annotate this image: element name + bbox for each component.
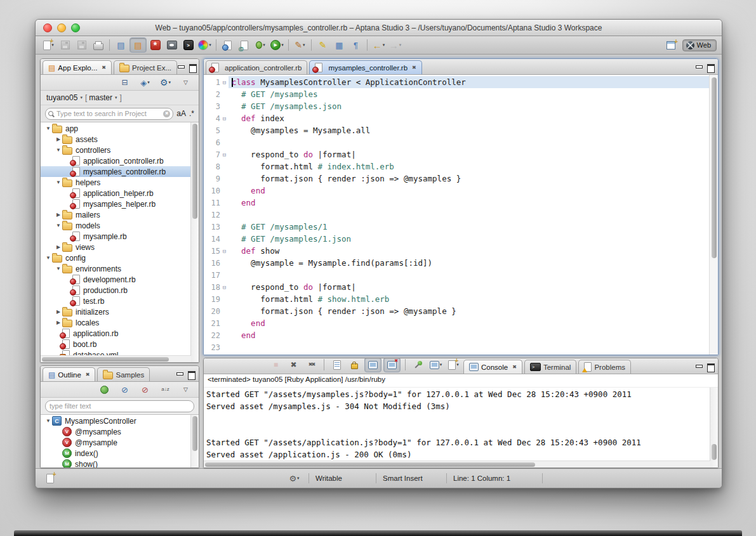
branch-selector[interactable]: master [89,93,112,102]
case-sensitive-button[interactable]: aA [176,109,186,118]
project-tree-item[interactable]: boot.rb [41,339,191,350]
disclosure-open-icon[interactable]: ▼ [44,126,52,131]
project-tree-item[interactable]: ▼models [41,220,191,231]
link-editor-button[interactable] [96,382,112,396]
project-tree-item[interactable]: ▶mailers [41,209,191,220]
dropdown-arrow-icon[interactable]: ▾ [209,42,211,48]
print-button[interactable] [90,38,106,52]
title-bar[interactable]: Web – tuyano05/app/controllers/mysamples… [36,20,722,36]
tab-outline[interactable]: ▤Outline✖ [43,367,95,381]
regex-button[interactable]: .* [189,109,194,118]
minimize-view-button[interactable] [176,371,184,378]
pin-console-button[interactable] [410,358,426,372]
project-tree-item[interactable]: mysamples_helper.rb [41,199,191,209]
highlighter-button[interactable]: ✎ [315,38,331,52]
dropdown-arrow-icon[interactable]: ▾ [281,42,284,48]
rails-button[interactable]: * [147,38,163,52]
tab-application-controller-rb[interactable]: application_controller.rb [206,60,307,74]
remove-all-launches-button[interactable]: ✖✖ [303,358,319,372]
disclosure-open-icon[interactable]: ▼ [55,223,62,228]
console-output[interactable]: Started GET "/assets/mysamples.js?body=1… [204,388,718,467]
fast-view-button[interactable]: + [42,471,58,485]
stop-button[interactable]: ■ [268,358,284,372]
disclosure-open-icon[interactable]: ▼ [55,266,62,271]
dropdown-arrow-icon[interactable]: ▾ [303,42,305,48]
maximize-view-button[interactable] [187,371,196,378]
project-tree-item[interactable]: development.rb [41,274,191,285]
outline-item[interactable]: V@mysample [41,437,191,448]
project-tree-item[interactable]: ▼environments [41,263,191,274]
project-tree-item[interactable]: ▼controllers [41,145,191,155]
close-tab-icon[interactable]: ✖ [412,65,416,70]
search-icon[interactable] [48,111,53,116]
open-perspective-button[interactable]: + [663,38,679,52]
web-views-button[interactable]: ▤ [113,38,129,52]
project-tree-item[interactable]: application.rb [41,328,191,339]
new-wizard-button[interactable]: +▾ [41,38,56,52]
project-tree-item[interactable]: ▼helpers [41,177,191,188]
dropdown-arrow-icon[interactable]: ▾ [383,42,385,48]
tab-terminal[interactable]: >Terminal [524,360,576,374]
sort-az-button[interactable]: a↓z [157,382,173,396]
terminal-button[interactable]: > [180,38,196,52]
project-tree-item[interactable]: production.rb [41,285,191,296]
word-wrap-button[interactable] [364,358,381,372]
save-button[interactable] [57,38,73,52]
dropdown-arrow-icon[interactable]: ▾ [169,80,171,85]
view-menu-button[interactable]: ▽ [178,75,194,89]
project-tree-hscrollbar[interactable] [41,355,191,362]
close-tab-icon[interactable]: ✖ [512,364,517,370]
close-tab-icon[interactable]: ✖ [102,65,106,70]
editor-vscrollbar[interactable] [709,75,718,355]
clear-console-button[interactable] [329,358,345,372]
project-tree-item[interactable]: ▶views [41,242,191,252]
tab-console[interactable]: Console✖ [463,360,522,374]
clear-search-icon[interactable]: ✖ [163,110,170,117]
disclosure-open-icon[interactable]: ▼ [44,255,52,261]
dropdown-arrow-icon[interactable]: ▾ [147,80,150,85]
project-tree-item[interactable]: application_helper.rb [41,188,191,199]
project-tree-item[interactable]: mysamples_controller.rb [41,166,191,177]
tab-app-explo-[interactable]: ▤App Explo...✖ [43,60,112,74]
code-editor[interactable]: 1⊟class MysamplesController < Applicatio… [204,75,718,355]
tab-problems[interactable]: Problems [578,360,631,374]
tab-samples[interactable]: Samples [97,367,150,381]
project-tree-item[interactable]: ▼config [41,252,191,263]
outline-item[interactable]: Mindex() [41,448,191,459]
maximize-view-button[interactable] [706,64,715,71]
search-input[interactable] [55,109,161,118]
forward-button[interactable]: →▾ [387,38,403,52]
tab-project-ex-[interactable]: Project Ex... [114,60,177,74]
project-tree-item[interactable]: test.rb [41,296,191,306]
disclosure-closed-icon[interactable]: ▶ [55,320,62,325]
display-console-button[interactable]: ▾ [428,358,444,372]
back-button[interactable]: ←▾ [371,38,387,52]
collapse-all-button[interactable]: ⊟ [117,75,133,89]
web-perspective-button[interactable]: Web [682,39,717,51]
disclosure-closed-icon[interactable]: ▶ [55,244,62,250]
project-tree-vscrollbar[interactable] [190,122,199,362]
branch-dropdown-icon[interactable]: ▾ [115,95,117,100]
fold-marker-icon[interactable]: ⊟ [220,79,229,86]
fold-marker-icon[interactable]: ⊟ [220,152,229,158]
console-hscrollbar[interactable] [204,461,710,467]
project-tree-item[interactable]: ▼app [41,123,191,134]
debug-button[interactable]: ▾ [253,38,269,52]
project-tree-item[interactable]: ▶locales [41,317,191,328]
statusbar-gear-button[interactable]: ⚙▾ [286,471,302,485]
pilcrow-button[interactable]: ¶ [348,38,364,52]
outline-item[interactable]: Mshow() [41,459,191,467]
run-web-button[interactable] [220,38,235,52]
minimize-view-button[interactable] [695,363,703,370]
project-tree-item[interactable]: mysample.rb [41,231,191,242]
minimize-view-button[interactable] [177,64,185,71]
dropdown-arrow-icon[interactable]: ▾ [263,42,265,48]
zoom-window-button[interactable] [71,23,80,32]
disclosure-open-icon[interactable]: ▼ [55,180,62,185]
fold-marker-icon[interactable]: ⊟ [220,248,229,254]
color-wheel-button[interactable]: ▾ [197,38,213,52]
fold-marker-icon[interactable]: ⊟ [220,284,229,291]
disclosure-closed-icon[interactable]: ▶ [55,212,62,218]
profile-web-button[interactable]: @ [236,38,252,52]
minimize-window-button[interactable] [57,23,66,32]
